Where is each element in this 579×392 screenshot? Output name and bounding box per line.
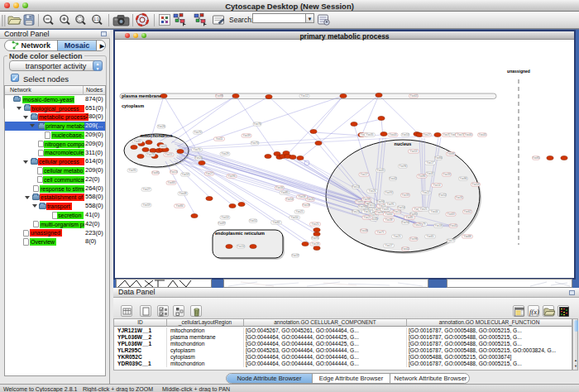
svg-text:Yxx84: Yxx84 [176, 204, 184, 208]
svg-text:Yxx18: Yxx18 [303, 203, 310, 207]
svg-text:Yxx45: Yxx45 [427, 172, 434, 175]
svg-text:Yxx37: Yxx37 [292, 254, 299, 257]
svg-text:Yxx44: Yxx44 [431, 210, 438, 213]
svg-text:Yxx86: Yxx86 [460, 177, 467, 180]
svg-text:Yxx17: Yxx17 [427, 161, 434, 165]
svg-text:Yxx63: Yxx63 [410, 94, 418, 98]
svg-text:Yxx29: Yxx29 [222, 152, 229, 155]
svg-text:Yxx96: Yxx96 [228, 174, 236, 178]
svg-text:Yxx85: Yxx85 [533, 156, 540, 160]
svg-text:Yxx33: Yxx33 [443, 173, 451, 176]
svg-text:Yxx26: Yxx26 [195, 156, 203, 160]
svg-text:Yxx42: Yxx42 [402, 247, 409, 251]
svg-text:Yxx40: Yxx40 [465, 133, 472, 136]
svg-text:Yxx39: Yxx39 [243, 134, 251, 137]
svg-text:Yxx29: Yxx29 [352, 210, 360, 213]
svg-text:Yxx10: Yxx10 [237, 245, 245, 248]
svg-text:Yxx95: Yxx95 [129, 169, 136, 172]
svg-text:Yxx70: Yxx70 [194, 148, 201, 151]
svg-text:mitochondrion: mitochondrion [141, 132, 173, 137]
svg-text:Yxx70: Yxx70 [251, 141, 259, 145]
svg-text:Yxx18: Yxx18 [312, 242, 319, 246]
svg-text:Yxx85: Yxx85 [152, 171, 160, 174]
svg-text:endoplasmic reticulum: endoplasmic reticulum [215, 231, 265, 236]
svg-text:Yxx83: Yxx83 [168, 181, 175, 184]
svg-text:Yxx84: Yxx84 [435, 156, 443, 160]
svg-text:Yxx94: Yxx94 [377, 200, 385, 203]
svg-text:Yxx33: Yxx33 [402, 194, 409, 197]
svg-text:cytoplasm: cytoplasm [122, 103, 144, 108]
svg-text:Yxx14: Yxx14 [433, 184, 441, 187]
svg-text:Yxx43: Yxx43 [390, 133, 397, 136]
svg-text:Yxx17: Yxx17 [361, 173, 368, 176]
svg-text:Yxx26: Yxx26 [307, 198, 314, 201]
svg-text:Yxx94: Yxx94 [402, 221, 409, 224]
svg-text:Yxx65: Yxx65 [427, 235, 434, 238]
svg-text:Yxx93: Yxx93 [385, 191, 393, 194]
svg-text:Yxx43: Yxx43 [479, 133, 486, 136]
svg-text:Yxx98: Yxx98 [410, 237, 418, 241]
svg-text:Yxx96: Yxx96 [400, 165, 407, 168]
svg-text:nucleus: nucleus [395, 141, 412, 146]
svg-text:Yxx31: Yxx31 [456, 196, 463, 199]
svg-text:Yxx85: Yxx85 [406, 216, 414, 219]
svg-text:Yxx18: Yxx18 [435, 224, 443, 227]
svg-text:Yxx27: Yxx27 [143, 188, 151, 191]
svg-text:Yxx35: Yxx35 [366, 133, 374, 136]
svg-text:Yxx62: Yxx62 [464, 210, 471, 213]
svg-text:Yxx27: Yxx27 [206, 172, 213, 175]
svg-text:Yxx58: Yxx58 [299, 195, 306, 198]
svg-text:Yxx13: Yxx13 [394, 210, 401, 213]
svg-text:Yxx21: Yxx21 [296, 210, 304, 213]
svg-text:Yxx58: Yxx58 [472, 183, 480, 186]
svg-text:Yxx61: Yxx61 [134, 140, 141, 143]
svg-text:Yxx48: Yxx48 [179, 192, 187, 195]
svg-text:Yxx77: Yxx77 [447, 239, 455, 242]
svg-text:Yxx38: Yxx38 [385, 218, 393, 222]
svg-text:Yxx98: Yxx98 [376, 211, 384, 214]
svg-text:Yxx95: Yxx95 [387, 203, 395, 206]
svg-text:Yxx45: Yxx45 [450, 224, 457, 227]
svg-text:Yxx54: Yxx54 [286, 198, 294, 201]
svg-text:Yxx34: Yxx34 [276, 186, 284, 189]
svg-text:Yxx76: Yxx76 [147, 153, 155, 156]
svg-text:Yxx13: Yxx13 [170, 170, 178, 174]
svg-text:Yxx26: Yxx26 [158, 125, 165, 128]
svg-text:Yxx98: Yxx98 [363, 198, 371, 201]
svg-text:Yxx13: Yxx13 [352, 185, 360, 189]
svg-text:Yxx51: Yxx51 [250, 219, 257, 222]
svg-text:Yxx71: Yxx71 [377, 231, 385, 234]
svg-text:Yxx25: Yxx25 [420, 208, 428, 211]
svg-text:Yxx76: Yxx76 [254, 122, 261, 126]
svg-text:Yxx25: Yxx25 [414, 223, 422, 227]
svg-text:Yxx53: Yxx53 [410, 150, 418, 153]
svg-text:Yxx98: Yxx98 [359, 205, 366, 208]
svg-text:Yxx41: Yxx41 [382, 208, 390, 211]
svg-text:Yxx50: Yxx50 [291, 216, 299, 219]
svg-text:Yxx11: Yxx11 [216, 137, 223, 141]
svg-text:plasma membrane: plasma membrane [122, 93, 161, 98]
svg-text:Yxx51: Yxx51 [165, 153, 173, 156]
svg-text:Yxx53: Yxx53 [402, 133, 409, 136]
svg-text:f(x): f(x) [529, 308, 539, 316]
svg-text:Yxx25: Yxx25 [394, 235, 401, 238]
svg-text:Yxx59: Yxx59 [182, 173, 189, 176]
svg-text:Yxx88: Yxx88 [216, 94, 223, 98]
svg-text:Yxx64: Yxx64 [385, 213, 393, 216]
svg-text:Yxx25: Yxx25 [312, 222, 319, 226]
svg-text:Yxx88: Yxx88 [447, 152, 455, 155]
svg-text:Yxx42: Yxx42 [390, 177, 397, 180]
svg-text:Yxx86: Yxx86 [419, 174, 426, 178]
svg-text:Yxx70: Yxx70 [194, 131, 202, 134]
svg-text:unassigned: unassigned [507, 69, 530, 74]
svg-text:Yxx82: Yxx82 [273, 221, 280, 224]
svg-text:Yxx91: Yxx91 [312, 237, 319, 240]
svg-text:Yxx52: Yxx52 [439, 194, 447, 197]
svg-text:Yxx59: Yxx59 [143, 203, 151, 207]
svg-text:Yxx22: Yxx22 [423, 191, 430, 194]
svg-text:Yxx26: Yxx26 [369, 189, 376, 193]
svg-text:Yxx88: Yxx88 [464, 235, 471, 238]
svg-text:1:1: 1:1 [93, 17, 99, 22]
svg-text:Yxx63: Yxx63 [447, 213, 455, 216]
svg-text:Yxx45: Yxx45 [377, 169, 385, 172]
